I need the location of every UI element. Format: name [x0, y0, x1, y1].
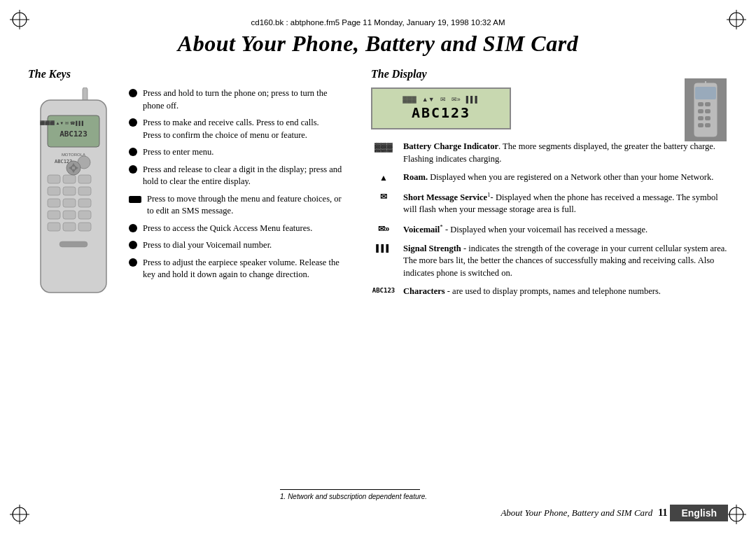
- svg-rect-17: [705, 109, 710, 113]
- voicemail-icon-display: ✉»: [451, 96, 461, 103]
- svg-rect-36: [48, 199, 60, 207]
- svg-rect-32: [78, 175, 91, 183]
- display-item-roam: ▲ Roam. Displayed when you are registere…: [371, 171, 728, 184]
- bullet-quick: [129, 224, 137, 232]
- svg-rect-41: [78, 211, 91, 219]
- key-text-8: Press to adjust the earpiece speaker vol…: [143, 257, 350, 281]
- display-item-voicemail: ✉» Voicemail* - Displayed when your voic…: [371, 223, 728, 237]
- small-phone-image: [685, 78, 727, 141]
- svg-rect-34: [63, 187, 76, 195]
- signal-icon-display: ▌▌▌: [466, 96, 479, 103]
- battery-icon-display: ▓▓▓: [402, 96, 416, 103]
- page-container: cd160.bk : abtphone.fm5 Page 11 Monday, …: [0, 0, 756, 534]
- footnote-content: Network and subscription dependent featu…: [288, 493, 427, 500]
- characters-symbol: ABC123: [371, 286, 396, 295]
- characters-description: Characters - are used to display prompts…: [403, 286, 728, 298]
- key-text-5: Press to move through the menu and featu…: [147, 193, 350, 218]
- display-item-signal: ▌▌▌ Signal Strength - indicates the stre…: [371, 243, 728, 280]
- main-title: About Your Phone, Battery and SIM Card: [28, 31, 728, 57]
- footer-bottom: About Your Phone, Battery and SIM Card 1…: [28, 505, 728, 521]
- footer-caption: About Your Phone, Battery and SIM Card: [28, 507, 658, 519]
- content-area: The Keys ⬛⬛⬛ ▲▼ ✉ ☎ ▌▌▌ ABC123: [28, 68, 728, 307]
- svg-rect-50: [59, 241, 88, 247]
- phone-image: ⬛⬛⬛ ▲▼ ✉ ☎ ▌▌▌ ABC123 MOTOROLA ABC123: [28, 87, 119, 307]
- key-item-1: Press and hold to turn the phone on; pre…: [129, 87, 350, 112]
- display-text: ABC123: [412, 104, 470, 121]
- header-bar: cd160.bk : abtphone.fm5 Page 11 Monday, …: [28, 18, 728, 27]
- key-text-3: Press to enter menu.: [143, 146, 214, 159]
- header-text: cd160.bk : abtphone.fm5 Page 11 Monday, …: [251, 18, 505, 27]
- left-column: The Keys ⬛⬛⬛ ▲▼ ✉ ☎ ▌▌▌ ABC123: [28, 68, 364, 307]
- voicemail-symbol: ✉»: [371, 223, 396, 235]
- roam-description: Roam. Displayed when you are registered …: [403, 171, 728, 184]
- key-item-8: Press to adjust the earpiece speaker vol…: [129, 257, 350, 281]
- signal-symbol: ▌▌▌: [371, 244, 396, 253]
- key-item-3: Press to enter menu.: [129, 146, 350, 159]
- bullet-nav: [129, 196, 141, 203]
- svg-rect-42: [48, 223, 60, 231]
- key-text-4: Press and release to clear a digit in th…: [143, 164, 350, 188]
- roam-symbol: ▲: [371, 172, 396, 184]
- svg-rect-40: [63, 211, 76, 219]
- footnote-text: 1. Network and subscription dependent fe…: [280, 493, 728, 500]
- key-item-5: Press to move through the menu and featu…: [129, 193, 350, 218]
- sms-symbol: ✉: [371, 191, 396, 203]
- display-section-title: The Display: [371, 68, 728, 80]
- voicemail-description: Voicemail* - Displayed when your voicema…: [403, 223, 728, 237]
- keys-section-title: The Keys: [28, 68, 350, 80]
- svg-rect-18: [698, 116, 704, 120]
- display-item-characters: ABC123 Characters - are used to display …: [371, 286, 728, 298]
- bullet-menu: [129, 148, 137, 156]
- svg-rect-44: [78, 223, 91, 231]
- key-text-2: Press to make and receive calls. Press t…: [143, 117, 319, 141]
- display-mockup: ▓▓▓ ▲▼ ✉ ✉» ▌▌▌ ABC123: [371, 87, 511, 129]
- svg-rect-43: [63, 223, 76, 231]
- footnote-divider: [280, 489, 420, 490]
- key-text-6: Press to access the Quick Access Menu fe…: [143, 223, 312, 235]
- svg-rect-15: [705, 102, 710, 106]
- svg-rect-33: [48, 187, 60, 195]
- key-item-4: Press and release to clear a digit in th…: [129, 164, 350, 188]
- svg-rect-20: [698, 123, 704, 127]
- key-text-1: Press and hold to turn the phone on; pre…: [143, 87, 350, 112]
- display-items-list: ▓▓▓ Battery Charge Indicator. The more s…: [371, 141, 728, 298]
- display-icons-row: ▓▓▓ ▲▼ ✉ ✉» ▌▌▌: [402, 96, 479, 103]
- roam-icon-display: ▲▼: [422, 96, 435, 103]
- bullet-power: [129, 89, 137, 97]
- bullet-call: [129, 118, 137, 127]
- footer-area: 1. Network and subscription dependent fe…: [28, 489, 728, 521]
- signal-description: Signal Strength - indicates the strength…: [403, 243, 728, 280]
- display-item-battery: ▓▓▓ Battery Charge Indicator. The more s…: [371, 141, 728, 165]
- battery-description: Battery Charge Indicator. The more segme…: [403, 141, 728, 165]
- key-item-2: Press to make and receive calls. Press t…: [129, 117, 350, 141]
- svg-rect-37: [63, 199, 76, 207]
- svg-rect-39: [48, 211, 60, 219]
- english-badge: English: [670, 505, 728, 521]
- svg-rect-19: [705, 116, 710, 120]
- svg-rect-16: [698, 109, 704, 113]
- bullet-volume: [129, 258, 137, 267]
- svg-rect-14: [698, 102, 704, 106]
- bullet-clear: [129, 165, 137, 174]
- key-item-7: Press to dial your Voicemail number.: [129, 239, 350, 252]
- footnote-number: 1.: [280, 493, 288, 500]
- keys-list: Press and hold to turn the phone on; pre…: [129, 87, 350, 286]
- sms-icon-display: ✉: [440, 96, 446, 103]
- page-number: 11: [658, 507, 670, 519]
- phone-area: ⬛⬛⬛ ▲▼ ✉ ☎ ▌▌▌ ABC123 MOTOROLA ABC123: [28, 87, 350, 307]
- svg-rect-21: [705, 123, 710, 127]
- battery-symbol: ▓▓▓: [371, 141, 396, 153]
- sms-description: Short Message Service1- Displayed when t…: [403, 190, 728, 216]
- svg-rect-38: [78, 199, 91, 207]
- right-column: The Display ▓▓▓ ▲▼ ✉ ✉» ▌▌▌ ABC123 ▓▓▓ B…: [364, 68, 728, 307]
- bullet-voicemail: [129, 241, 137, 249]
- svg-rect-31: [63, 175, 76, 183]
- svg-rect-13: [695, 87, 716, 99]
- svg-rect-30: [48, 175, 60, 183]
- svg-rect-35: [78, 187, 91, 195]
- display-item-sms: ✉ Short Message Service1- Displayed when…: [371, 190, 728, 216]
- key-text-7: Press to dial your Voicemail number.: [143, 239, 272, 252]
- key-item-6: Press to access the Quick Access Menu fe…: [129, 223, 350, 235]
